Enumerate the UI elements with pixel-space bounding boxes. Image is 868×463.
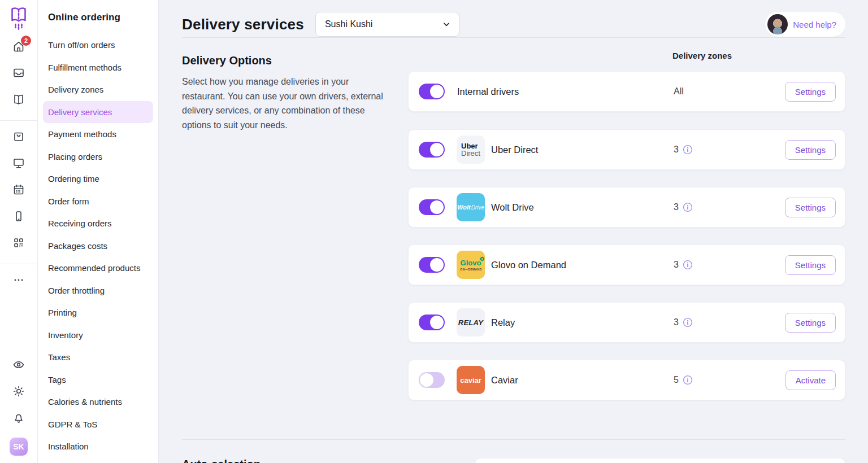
service-toggle[interactable] <box>419 199 445 215</box>
service-zones-value: 5 <box>674 375 679 385</box>
sidebar-item-taxes[interactable]: Taxes <box>43 346 153 369</box>
rail-divider <box>0 264 38 264</box>
service-zones-value: 3 <box>674 260 679 270</box>
service-zones: 3 <box>674 317 693 327</box>
glovo-logo: GlovoON—DEMAND <box>457 251 485 279</box>
service-zones-value: 3 <box>674 317 679 327</box>
smartphone-icon[interactable] <box>12 209 25 223</box>
brand-logo-icon[interactable] <box>7 5 30 32</box>
service-action-button[interactable]: Settings <box>785 198 836 217</box>
sidebar-item-recommended-products[interactable]: Recommended products <box>43 257 153 279</box>
sidebar-title: Online ordering <box>48 12 153 23</box>
delivery-options-heading: Delivery Options <box>182 54 391 67</box>
delivery-options-section: Delivery Options Select how you manage d… <box>182 51 845 417</box>
section-divider <box>182 439 845 440</box>
notification-badge: 2 <box>21 36 31 46</box>
sidebar-item-order-throttling[interactable]: Order throttling <box>43 279 153 302</box>
sidebar-item-calories-nutrients[interactable]: Calories & nutrients <box>43 391 153 413</box>
service-zones-value: 3 <box>674 145 679 155</box>
delivery-zones-column-header: Delivery zones <box>672 51 732 60</box>
sidebar-item-gdpr-tos[interactable]: GDPR & ToS <box>43 413 153 436</box>
sidebar-item-placing-orders[interactable]: Placing orders <box>43 146 153 168</box>
service-name: Uber Direct <box>491 145 538 155</box>
service-zones: 3 <box>674 260 693 270</box>
support-avatar <box>767 14 788 34</box>
sidebar-item-inventory[interactable]: Inventory <box>43 324 153 347</box>
need-help-label: Need help? <box>793 20 836 29</box>
service-toggle[interactable] <box>419 315 445 330</box>
service-zones: 5 <box>674 375 693 385</box>
toggle-knob <box>430 258 444 272</box>
toggle-knob <box>430 200 444 214</box>
sidebar: Online ordering Turn off/on ordersFulfil… <box>38 0 159 463</box>
caviar-logo: caviar <box>457 366 485 394</box>
monitor-icon[interactable] <box>12 156 25 170</box>
wolt-drive-logo: WoltDrive <box>457 193 485 221</box>
menu-book-icon[interactable] <box>12 93 25 106</box>
chevron-down-icon <box>442 20 451 29</box>
info-icon[interactable] <box>683 317 693 327</box>
sidebar-item-printing[interactable]: Printing <box>43 302 153 324</box>
gear-icon[interactable] <box>12 385 25 398</box>
service-row: WoltDrive Wolt Drive 3 Settings <box>408 187 845 228</box>
need-help-button[interactable]: Need help? <box>765 12 845 37</box>
header-divider <box>182 37 845 38</box>
relay-logo: RELAY <box>457 308 485 337</box>
auto-selection-heading: Auto-selection <box>182 458 475 463</box>
main-content: Delivery services Sushi Kushi Need help?… <box>159 0 868 463</box>
shopping-bag-icon[interactable] <box>12 130 25 143</box>
bell-icon[interactable] <box>12 411 25 425</box>
service-name: Caviar <box>491 375 518 386</box>
more-icon[interactable] <box>12 273 25 287</box>
uber-direct-logo: UberDirect <box>457 136 485 164</box>
toggle-knob <box>420 373 433 387</box>
eye-icon[interactable] <box>12 358 25 372</box>
restaurant-dropdown[interactable]: Sushi Kushi <box>315 12 459 37</box>
icon-rail: 2 <box>0 0 38 463</box>
home-icon[interactable]: 2 <box>12 40 25 53</box>
sidebar-item-packages-costs[interactable]: Packages costs <box>43 235 153 257</box>
info-icon[interactable] <box>683 375 693 385</box>
service-action-button[interactable]: Settings <box>785 313 836 333</box>
delivery-options-description: Select how you manage deliveries in your… <box>182 75 391 132</box>
service-toggle[interactable] <box>419 372 445 388</box>
sidebar-item-delivery-services[interactable]: Delivery services <box>43 101 153 124</box>
service-action-button[interactable]: Activate <box>785 370 836 390</box>
service-toggle[interactable] <box>419 84 445 99</box>
calendar-icon[interactable] <box>12 183 25 196</box>
page-header: Delivery services Sushi Kushi Need help? <box>182 0 845 37</box>
sidebar-item-order-form[interactable]: Order form <box>43 190 153 213</box>
qr-code-icon[interactable] <box>12 236 25 250</box>
toggle-knob <box>430 85 444 98</box>
info-icon[interactable] <box>683 145 693 155</box>
service-name: Wolt Drive <box>491 202 534 213</box>
service-action-button[interactable]: Settings <box>785 140 836 160</box>
sidebar-item-turn-off-on-orders[interactable]: Turn off/on orders <box>43 34 153 56</box>
service-row: caviar Caviar 5 Activate <box>408 360 845 400</box>
sidebar-item-ordering-time[interactable]: Ordering time <box>43 168 153 190</box>
inbox-icon[interactable] <box>12 66 25 80</box>
sidebar-item-fulfillment-methods[interactable]: Fulfillment methods <box>43 56 153 79</box>
auto-selection-section: Auto-selection <box>182 458 845 463</box>
glovo-pin-icon <box>480 256 485 262</box>
service-zones: 3 <box>674 145 693 155</box>
info-icon[interactable] <box>683 202 693 212</box>
service-name: Relay <box>491 317 515 328</box>
sidebar-item-payment-methods[interactable]: Payment methods <box>43 123 153 146</box>
service-zones-value: All <box>674 86 684 97</box>
service-toggle[interactable] <box>419 142 445 158</box>
service-zones: 3 <box>674 202 693 212</box>
sidebar-item-installation[interactable]: Installation <box>43 435 153 458</box>
service-toggle[interactable] <box>419 257 445 273</box>
toggle-knob <box>430 316 444 329</box>
service-row: GlovoON—DEMAND Glovo on Demand 3 Setting… <box>408 244 845 285</box>
sidebar-item-receiving-orders[interactable]: Receiving orders <box>43 212 153 235</box>
page-title: Delivery services <box>182 16 304 33</box>
info-icon[interactable] <box>683 260 693 270</box>
service-action-button[interactable]: Settings <box>785 255 836 275</box>
service-action-button[interactable]: Settings <box>785 82 836 102</box>
toggle-knob <box>430 143 444 156</box>
sidebar-item-delivery-zones[interactable]: Delivery zones <box>43 78 153 101</box>
user-avatar[interactable]: SK <box>10 438 28 456</box>
sidebar-item-tags[interactable]: Tags <box>43 369 153 391</box>
